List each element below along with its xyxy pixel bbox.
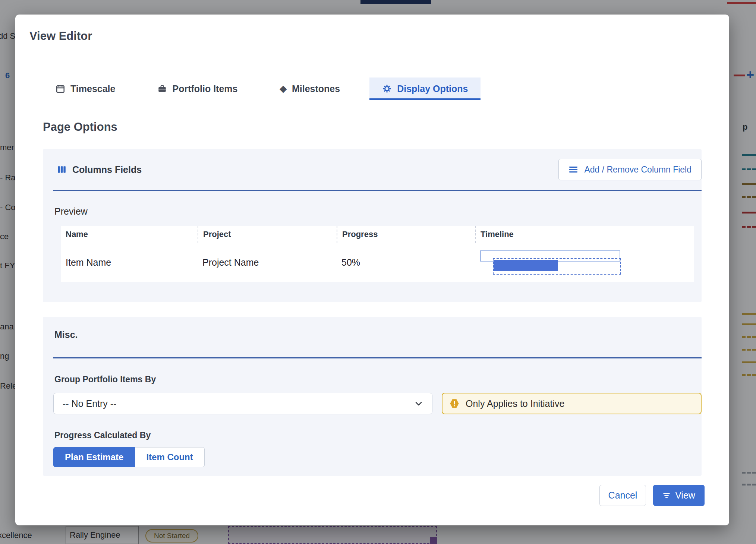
timeline-bar-preview bbox=[480, 250, 622, 275]
tab-label: Portfolio Items bbox=[172, 83, 237, 94]
tab-label: Milestones bbox=[292, 83, 340, 94]
progress-calculated-by-label: Progress Calculated By bbox=[54, 431, 702, 440]
item-count-option[interactable]: Item Count bbox=[135, 447, 204, 467]
preview-label: Preview bbox=[54, 206, 702, 217]
misc-title: Misc. bbox=[43, 317, 702, 339]
tab-display-options[interactable]: Display Options bbox=[369, 78, 481, 100]
group-by-selected-value: -- No Entry -- bbox=[63, 398, 116, 409]
timeline-progress-fill bbox=[494, 260, 558, 271]
view-editor-modal: View Editor Timescale Portfolio Items ◆ … bbox=[15, 15, 729, 525]
columns-icon bbox=[57, 165, 66, 174]
misc-panel: Misc. Group Portfolio Items By -- No Ent… bbox=[43, 317, 702, 476]
view-button[interactable]: View bbox=[653, 485, 705, 506]
add-remove-column-field-button[interactable]: Add / Remove Column Field bbox=[558, 159, 702, 180]
chevron-down-icon bbox=[414, 399, 423, 408]
tab-label: Display Options bbox=[397, 83, 468, 94]
tab-milestones[interactable]: ◆ Milestones bbox=[267, 78, 353, 100]
tab-label: Timescale bbox=[70, 83, 115, 94]
modal-title: View Editor bbox=[29, 29, 729, 43]
group-by-select[interactable]: -- No Entry -- bbox=[53, 393, 432, 414]
view-label: View bbox=[675, 490, 695, 501]
gear-icon bbox=[382, 84, 392, 94]
section-divider bbox=[53, 190, 702, 191]
column-header: Name bbox=[61, 226, 198, 243]
preview-project-name: Project Name bbox=[198, 243, 337, 282]
column-header: Project bbox=[198, 226, 337, 243]
column-header: Progress bbox=[337, 226, 475, 243]
calendar-icon bbox=[56, 84, 65, 94]
warning-text: Only Applies to Initiative bbox=[466, 398, 564, 409]
page-options-title: Page Options bbox=[43, 120, 729, 134]
add-remove-column-field-label: Add / Remove Column Field bbox=[584, 165, 692, 175]
preview-table-header: Name Project Progress Timeline bbox=[61, 226, 694, 243]
hamburger-icon bbox=[568, 165, 578, 174]
preview-item-name: Item Name bbox=[61, 243, 198, 282]
initiative-warning-banner: Only Applies to Initiative bbox=[442, 393, 702, 414]
progress-calc-toggle: Plan Estimate Item Count bbox=[53, 447, 205, 467]
group-by-label: Group Portfolio Items By bbox=[54, 375, 702, 384]
cancel-button[interactable]: Cancel bbox=[599, 485, 646, 506]
briefcase-icon bbox=[157, 84, 167, 94]
column-header: Timeline bbox=[475, 226, 694, 243]
warning-icon bbox=[449, 398, 460, 409]
milestone-diamond-icon: ◆ bbox=[280, 83, 286, 94]
filter-lines-icon bbox=[662, 491, 671, 500]
cancel-label: Cancel bbox=[608, 490, 637, 501]
preview-table-row: Item Name Project Name 50% bbox=[61, 243, 694, 282]
preview-progress-value: 50% bbox=[337, 243, 475, 282]
modal-tabs: Timescale Portfolio Items ◆ Milestones D… bbox=[43, 78, 702, 100]
tab-timescale[interactable]: Timescale bbox=[43, 78, 128, 100]
section-divider bbox=[53, 357, 702, 358]
plan-estimate-option[interactable]: Plan Estimate bbox=[53, 447, 135, 467]
columns-fields-panel: Columns Fields Add / Remove Column Field… bbox=[43, 149, 702, 302]
tab-portfolio-items[interactable]: Portfolio Items bbox=[145, 78, 250, 100]
columns-fields-title: Columns Fields bbox=[72, 164, 142, 175]
preview-table: Name Project Progress Timeline Item Name… bbox=[61, 226, 694, 282]
